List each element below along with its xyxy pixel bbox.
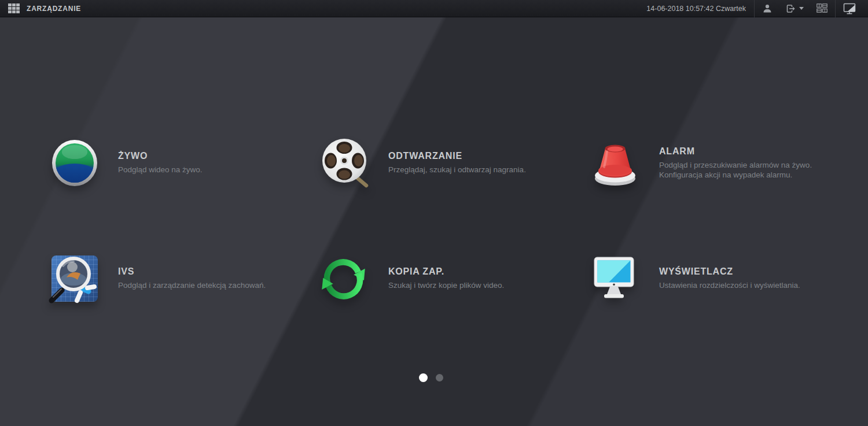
menu-desc-alarm: Podgląd i przeszukiwanie alarmów na żywo… [659,160,812,180]
menu-item-display[interactable]: WYŚWIETLACZ Ustawienia rozdzielczości i … [590,253,859,305]
playback-icon [319,137,370,189]
menu-desc-playback: Przeglądaj, szukaj i odtwarzaj nagrania. [388,165,526,175]
chevron-down-icon [799,7,804,10]
user-button[interactable] [756,0,779,17]
menu-title-alarm: ALARM [659,146,812,157]
logout-button[interactable] [779,0,810,17]
topbar-right: 14-06-2018 10:57:42 Czwartek [646,0,862,17]
user-icon [762,3,773,14]
divider [835,0,836,17]
menu-title-live: ŻYWO [118,151,203,161]
live-icon [49,137,100,189]
menu-item-playback[interactable]: ODTWARZANIE Przeglądaj, szukaj i odtwarz… [319,137,574,189]
page-dot-active[interactable] [419,373,428,382]
alarm-icon [590,137,641,189]
main-monitor-icon [843,2,856,14]
topbar: ZARZĄDZANIE 14-06-2018 10:57:42 Czwartek [0,0,868,17]
menu-text: ŻYWO Podgląd wideo na żywo. [118,151,203,175]
management-home-screen: ZARZĄDZANIE 14-06-2018 10:57:42 Czwartek [0,0,868,426]
menu-text: WYŚWIETLACZ Ustawienia rozdzielczości i … [659,266,800,290]
menu-desc-display: Ustawienia rozdzielczości i wyświetlania… [659,280,800,290]
topbar-left: ZARZĄDZANIE [8,3,81,13]
menu-item-ivs[interactable]: IVS Podgląd i zarządzanie detekcją zacho… [49,253,304,305]
menu-text: IVS Podgląd i zarządzanie detekcją zacho… [118,266,266,290]
menu-text: ODTWARZANIE Przeglądaj, szukaj i odtwarz… [388,151,526,175]
logout-icon [785,3,796,14]
menu-title-ivs: IVS [118,266,266,277]
datetime-display: 14-06-2018 10:57:42 Czwartek [646,5,746,13]
menu-item-alarm[interactable]: ALARM Podgląd i przeszukiwanie alarmów n… [590,137,859,189]
main-monitor-button[interactable] [837,0,862,17]
menu-title-playback: ODTWARZANIE [388,151,526,161]
ivs-icon [49,253,100,305]
menu-item-backup[interactable]: KOPIA ZAP. Szukaj i twórz kopie plików v… [319,253,574,305]
menu-desc-ivs: Podgląd i zarządzanie detekcją zachowań. [118,280,266,290]
page-title: ZARZĄDZANIE [27,5,81,13]
pagination-dots [419,373,443,382]
menu-text: ALARM Podgląd i przeszukiwanie alarmów n… [659,146,812,180]
divider [754,0,755,17]
menu-item-live[interactable]: ŻYWO Podgląd wideo na żywo. [49,137,304,189]
menu-text: KOPIA ZAP. Szukaj i twórz kopie plików v… [388,266,504,290]
display-icon [590,253,641,305]
backup-icon [319,253,370,305]
page-dot[interactable] [436,374,443,381]
apps-grid-icon[interactable] [8,3,20,13]
multi-screen-icon [816,3,827,13]
menu-desc-live: Podgląd wideo na żywo. [118,165,203,175]
menu-title-display: WYŚWIETLACZ [659,266,800,277]
menu-title-backup: KOPIA ZAP. [388,266,504,277]
menu-desc-backup: Szukaj i twórz kopie plików video. [388,280,504,290]
multi-screen-button[interactable] [810,0,834,17]
